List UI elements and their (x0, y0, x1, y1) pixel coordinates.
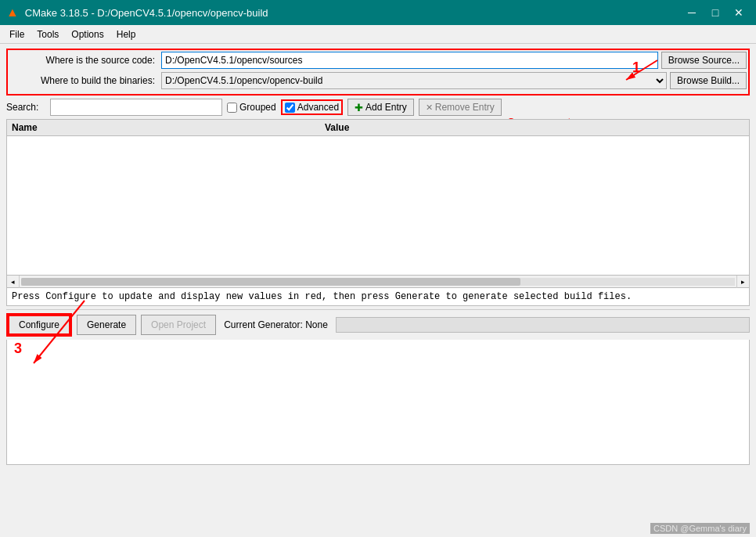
progress-area (336, 317, 750, 333)
advanced-checkbox-label[interactable]: Advanced (285, 102, 339, 113)
add-entry-button[interactable]: ✚ Add Entry (347, 99, 414, 116)
minimize-button[interactable]: ─ (681, 3, 703, 22)
col-value-header: Value (325, 122, 744, 133)
content-wrapper: Where is the source code: Browse Source.… (6, 49, 750, 465)
table-header: Name Value (7, 120, 749, 136)
scroll-right-button[interactable]: ▸ (736, 276, 749, 288)
browse-source-button[interactable]: Browse Source... (661, 52, 747, 69)
watermark: CSDN @Gemma's diary (650, 523, 750, 534)
app-icon: ▲ (6, 5, 19, 20)
grouped-checkbox-label[interactable]: Grouped (227, 102, 276, 113)
col-name-header: Name (12, 122, 325, 133)
info-text: Press Configure to update and display ne… (12, 291, 632, 302)
scroll-left-button[interactable]: ◂ (7, 276, 20, 288)
title-bar: ▲ CMake 3.18.5 - D:/OpenCV4.5.1/opencv/o… (0, 0, 756, 25)
grouped-label: Grouped (239, 102, 276, 113)
search-label: Search: (6, 102, 45, 113)
open-project-button[interactable]: Open Project (141, 315, 216, 335)
build-row: Where to build the binaries: D:/OpenCV4.… (9, 72, 747, 89)
info-area: Press Configure to update and display ne… (6, 288, 750, 306)
source-label: Where is the source code: (9, 55, 158, 66)
maximize-button[interactable]: □ (704, 3, 726, 22)
remove-entry-button[interactable]: ✕ Remove Entry (419, 99, 502, 116)
configure-button[interactable]: Configure (8, 315, 70, 335)
title-bar-controls: ─ □ ✕ (681, 3, 750, 22)
title-bar-title: CMake 3.18.5 - D:/OpenCV4.5.1/opencv/ope… (25, 7, 268, 19)
build-label: Where to build the binaries: (9, 75, 158, 86)
search-input[interactable] (50, 99, 222, 116)
browse-build-button[interactable]: Browse Build... (670, 72, 747, 89)
menu-bar: File Tools Options Help (0, 25, 756, 44)
menu-help[interactable]: Help (110, 27, 142, 41)
remove-icon: ✕ (426, 103, 433, 113)
grouped-checkbox[interactable] (227, 103, 237, 113)
close-button[interactable]: ✕ (728, 3, 750, 22)
hscroll-track (21, 278, 735, 286)
title-bar-left: ▲ CMake 3.18.5 - D:/OpenCV4.5.1/opencv/o… (6, 5, 268, 20)
table-area: Name Value (6, 119, 750, 276)
hscroll-bar[interactable]: ◂ ▸ (6, 276, 750, 288)
menu-file[interactable]: File (3, 27, 31, 41)
search-row: Search: Grouped Advanced ✚ Add Entry ✕ R… (6, 99, 750, 116)
menu-tools[interactable]: Tools (31, 27, 65, 41)
advanced-box: Advanced (281, 99, 343, 115)
log-area (6, 340, 750, 465)
build-select[interactable]: D:/OpenCV4.5.1/opencv/opencv-build (161, 72, 667, 89)
configure-box: Configure (6, 313, 72, 337)
source-build-box: Where is the source code: Browse Source.… (6, 49, 750, 96)
source-input[interactable] (161, 52, 658, 69)
source-row: Where is the source code: Browse Source.… (9, 52, 747, 69)
main-content: Where is the source code: Browse Source.… (0, 44, 756, 470)
bottom-toolbar: Configure Generate Open Project Current … (6, 309, 750, 340)
advanced-label: Advanced (297, 102, 339, 113)
hscroll-thumb[interactable] (21, 278, 520, 286)
generate-button[interactable]: Generate (77, 315, 136, 335)
generator-label: Current Generator: None (224, 319, 328, 330)
plus-icon: ✚ (355, 102, 363, 114)
menu-options[interactable]: Options (65, 27, 110, 41)
advanced-checkbox[interactable] (285, 103, 295, 113)
